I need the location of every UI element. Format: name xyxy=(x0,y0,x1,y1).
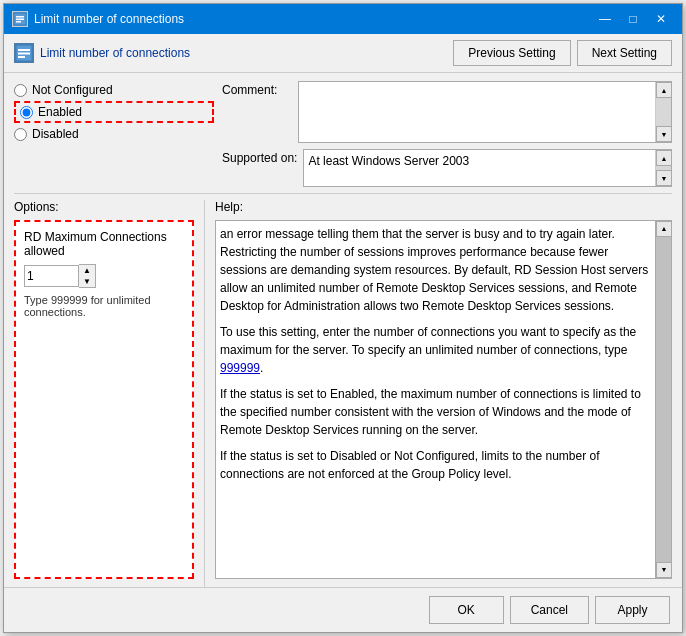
title-controls: — □ ✕ xyxy=(592,9,674,29)
top-section: Not Configured Enabled Disabled Comm xyxy=(4,73,682,187)
prev-setting-button[interactable]: Previous Setting xyxy=(453,40,570,66)
spinner-hint: Type 999999 for unlimited connections. xyxy=(24,294,184,318)
svg-rect-2 xyxy=(16,19,24,21)
svg-rect-5 xyxy=(18,49,30,51)
ok-button[interactable]: OK xyxy=(429,596,504,624)
next-setting-button[interactable]: Next Setting xyxy=(577,40,672,66)
title-bar: Limit number of connections — □ ✕ xyxy=(4,4,682,34)
comment-scroll-down[interactable]: ▼ xyxy=(656,126,672,142)
help-text-3: If the status is set to Enabled, the max… xyxy=(220,385,651,439)
spinner-row: ▲ ▼ xyxy=(24,264,184,288)
help-content: an error message telling them that the s… xyxy=(215,220,672,579)
radio-not-configured-input[interactable] xyxy=(14,84,27,97)
supported-scroll-down[interactable]: ▼ xyxy=(656,170,672,186)
help-text-2: To use this setting, enter the number of… xyxy=(220,323,651,377)
help-text-1: an error message telling them that the s… xyxy=(220,225,651,315)
comment-scroll-up[interactable]: ▲ xyxy=(656,82,672,98)
radio-group: Not Configured Enabled Disabled xyxy=(14,81,214,143)
spinner-up-button[interactable]: ▲ xyxy=(79,265,95,276)
header-bar: Limit number of connections Previous Set… xyxy=(4,34,682,73)
supported-field-wrapper: At least Windows Server 2003 ▲ ▼ xyxy=(303,149,672,187)
radio-disabled-label: Disabled xyxy=(32,127,79,141)
rd-label: RD Maximum Connections allowed xyxy=(24,230,184,258)
minimize-button[interactable]: — xyxy=(592,9,618,29)
svg-rect-3 xyxy=(16,21,21,23)
supported-row: Supported on: At least Windows Server 20… xyxy=(222,149,672,187)
radio-disabled-input[interactable] xyxy=(14,128,27,141)
supported-value: At least Windows Server 2003 xyxy=(304,150,655,186)
header-icon xyxy=(14,43,34,63)
radio-enabled-input[interactable] xyxy=(20,106,33,119)
divider xyxy=(14,193,672,194)
comment-textarea-container: ▲ ▼ xyxy=(298,81,672,143)
title-bar-left: Limit number of connections xyxy=(12,11,184,27)
svg-rect-7 xyxy=(18,56,25,58)
radio-not-configured[interactable]: Not Configured xyxy=(14,81,214,99)
help-scroll-down[interactable]: ▼ xyxy=(656,562,672,578)
help-header: Help: xyxy=(215,200,672,214)
supported-container: At least Windows Server 2003 ▲ ▼ xyxy=(303,149,672,187)
options-header: Options: xyxy=(14,200,194,214)
spinner-buttons: ▲ ▼ xyxy=(79,264,96,288)
supported-label: Supported on: xyxy=(222,149,297,165)
bottom-section: Options: RD Maximum Connections allowed … xyxy=(4,200,682,587)
help-scroll-up[interactable]: ▲ xyxy=(656,221,672,237)
header-buttons: Previous Setting Next Setting xyxy=(453,40,672,66)
comment-textarea[interactable] xyxy=(299,82,655,142)
maximize-button[interactable]: □ xyxy=(620,9,646,29)
svg-rect-6 xyxy=(18,53,30,55)
header-title: Limit number of connections xyxy=(40,46,190,60)
help-section: Help: an error message telling them that… xyxy=(204,200,682,587)
comment-scrollbar: ▲ ▼ xyxy=(655,82,671,142)
radio-not-configured-label: Not Configured xyxy=(32,83,113,97)
comment-field-wrapper: ▲ ▼ xyxy=(298,81,672,143)
comment-label: Comment: xyxy=(222,81,292,97)
help-text-4: If the status is set to Disabled or Not … xyxy=(220,447,651,483)
comment-row: Comment: ▲ ▼ xyxy=(222,81,672,143)
main-body: Not Configured Enabled Disabled Comm xyxy=(4,73,682,587)
close-button[interactable]: ✕ xyxy=(648,9,674,29)
header-left: Limit number of connections xyxy=(14,43,190,63)
radio-disabled[interactable]: Disabled xyxy=(14,125,214,143)
apply-button[interactable]: Apply xyxy=(595,596,670,624)
help-scrollbar: ▲ ▼ xyxy=(655,221,671,578)
radio-group-container: Not Configured Enabled Disabled xyxy=(14,81,214,187)
footer: OK Cancel Apply xyxy=(4,587,682,632)
radio-enabled-label: Enabled xyxy=(38,105,82,119)
options-box: RD Maximum Connections allowed ▲ ▼ Type … xyxy=(14,220,194,579)
window-icon xyxy=(12,11,28,27)
title-text: Limit number of connections xyxy=(34,12,184,26)
right-config-area: Comment: ▲ ▼ Support xyxy=(214,81,672,187)
main-window: Limit number of connections — □ ✕ Limit … xyxy=(3,3,683,633)
cancel-button[interactable]: Cancel xyxy=(510,596,589,624)
supported-scroll-up[interactable]: ▲ xyxy=(656,150,672,166)
radio-enabled-container: Enabled xyxy=(14,101,214,123)
help-scroll-track: ▲ ▼ xyxy=(656,221,671,578)
options-section: Options: RD Maximum Connections allowed … xyxy=(4,200,204,587)
spinner-down-button[interactable]: ▼ xyxy=(79,276,95,287)
help-link[interactable]: 999999 xyxy=(220,361,260,375)
svg-rect-1 xyxy=(16,16,24,18)
spinner-input[interactable] xyxy=(24,265,79,287)
help-scroll-thumb xyxy=(656,237,671,562)
supported-scrollbar: ▲ ▼ xyxy=(655,150,671,186)
comment-scroll-track xyxy=(656,98,671,126)
